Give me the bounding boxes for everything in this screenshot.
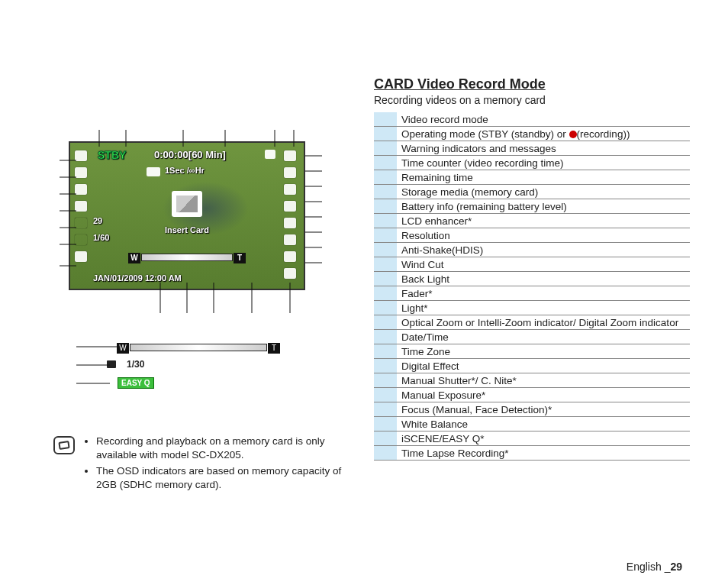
- shutter-icon: [75, 234, 87, 245]
- row-number: [374, 417, 397, 431]
- insert-card-label: Insert Card: [165, 225, 209, 234]
- note-item: Recording and playback on a memory card …: [96, 435, 351, 461]
- note-item: The OSD indicators are based on memory c…: [96, 464, 351, 491]
- table-row: Optical Zoom or Intelli-Zoom indicator/ …: [374, 315, 690, 330]
- table-row: Warning indicators and messages: [374, 141, 690, 156]
- row-description: Digital Effect: [397, 359, 690, 373]
- row-description: Back Light: [397, 272, 690, 286]
- antishake-icon: [284, 201, 296, 212]
- table-row: Light*: [374, 301, 690, 315]
- notes-block: Recording and playback on a memory card …: [53, 435, 351, 494]
- table-row: White Balance: [374, 417, 690, 431]
- row-number: [374, 272, 397, 286]
- row-number: [374, 286, 397, 301]
- row-description: Video record mode: [397, 112, 690, 127]
- lcd-screen: STBY 0:00:00[60 Min] 1Sec /∞Hr Insert Ca…: [69, 141, 305, 290]
- footer-page-number: 29: [670, 561, 682, 573]
- row-description: Time Zone: [397, 344, 690, 359]
- row-description: Light*: [397, 301, 690, 315]
- table-row: Manual Exposure*: [374, 388, 690, 402]
- row-description: Warning indicators and messages: [397, 141, 690, 156]
- row-number: [374, 446, 397, 461]
- row-number: [374, 359, 397, 373]
- row-description: Resolution: [397, 228, 690, 243]
- exposure-value: 29: [93, 216, 102, 225]
- lcd-diagram-wrap: STBY 0:00:00[60 Min] 1Sec /∞Hr Insert Ca…: [69, 141, 328, 290]
- shutter-value-2: 1/30: [127, 359, 144, 370]
- timezone-icon: [75, 251, 87, 262]
- row-number: [374, 431, 397, 446]
- focus-icon: [75, 201, 87, 212]
- osd-left-icons: [75, 150, 90, 268]
- backlight-icon: [284, 234, 296, 245]
- table-row: Wind Cut: [374, 257, 690, 272]
- row-description: Anti-Shake(HDIS): [397, 243, 690, 257]
- shutter-value: 1/60: [93, 233, 109, 242]
- footer-language: English _: [627, 561, 671, 573]
- fader-icon: [284, 251, 296, 262]
- row-number: [374, 373, 397, 388]
- light-icon: [284, 268, 296, 279]
- stby-label: STBY: [98, 149, 126, 161]
- row-number: [374, 243, 397, 257]
- insert-card-icon: [172, 191, 202, 217]
- card-tiny-icon: [107, 360, 116, 368]
- row-description: Storage media (memory card): [397, 185, 690, 199]
- zoom-t-label: T: [234, 253, 246, 263]
- left-column: STBY 0:00:00[60 Min] 1Sec /∞Hr Insert Ca…: [53, 76, 366, 570]
- exposure-icon: [75, 218, 87, 228]
- row-number: [374, 112, 397, 127]
- row-number: [374, 141, 397, 156]
- record-dot-icon: [569, 131, 577, 138]
- row-description: Manual Shutter*/ C. Nite*: [397, 373, 690, 388]
- row-description: Optical Zoom or Intelli-Zoom indicator/ …: [397, 315, 690, 330]
- table-row: Remaining time: [374, 170, 690, 185]
- row-description: Time counter (video recording time): [397, 156, 690, 170]
- table-row: LCD enhancer*: [374, 214, 690, 228]
- table-row: Time Zone: [374, 344, 690, 359]
- row-description: Time Lapse Recording*: [397, 446, 690, 461]
- time-counter-value: 0:00:00: [154, 149, 188, 160]
- table-row: Focus (Manual, Face Detection)*: [374, 402, 690, 417]
- row-description: Date/Time: [397, 330, 690, 344]
- table-row: Date/Time: [374, 330, 690, 344]
- row-description: Wind Cut: [397, 257, 690, 272]
- reference-table: Video record modeOperating mode (STBY (s…: [374, 112, 690, 461]
- row-description: Focus (Manual, Face Detection)*: [397, 402, 690, 417]
- osd-right-icons: [284, 150, 299, 285]
- section-title: CARD Video Record Mode: [374, 76, 690, 92]
- datetime-label: JAN/01/2009 12:00 AM: [93, 273, 182, 283]
- remaining-time-value: [60 Min]: [188, 149, 226, 160]
- row-number: [374, 214, 397, 228]
- windcut-icon: [284, 218, 296, 228]
- row-number: [374, 388, 397, 402]
- row-description: Operating mode (STBY (standby) or (recor…: [397, 127, 690, 141]
- row-description: Fader*: [397, 286, 690, 301]
- card-small-icon: [265, 150, 275, 159]
- easyq-badge: EASY Q: [118, 377, 154, 389]
- table-row: Anti-Shake(HDIS): [374, 243, 690, 257]
- battery-icon: [284, 150, 296, 161]
- table-row: Digital Effect: [374, 359, 690, 373]
- row-description: LCD enhancer*: [397, 214, 690, 228]
- lcd-enhancer-icon: [284, 167, 296, 178]
- white-balance-icon: [75, 167, 87, 178]
- row-description: iSCENE/EASY Q*: [397, 431, 690, 446]
- row-description: Manual Exposure*: [397, 388, 690, 402]
- table-row: Time counter (video recording time): [374, 156, 690, 170]
- table-row: Storage media (memory card): [374, 185, 690, 199]
- zoom-bar-2: W T: [130, 344, 267, 351]
- table-row: Operating mode (STBY (standby) or (recor…: [374, 127, 690, 141]
- row-number: [374, 156, 397, 170]
- row-number: [374, 330, 397, 344]
- row-description: Battery info (remaining battery level): [397, 199, 690, 214]
- table-row: Back Light: [374, 272, 690, 286]
- zoom-w-label-2: W: [117, 343, 129, 354]
- table-row: Resolution: [374, 228, 690, 243]
- table-row: Battery info (remaining battery level): [374, 199, 690, 214]
- resolution-icon: [284, 184, 296, 195]
- zoom-t-label-2: T: [268, 343, 280, 354]
- secondary-diagram: W T 1/30 EASY Q: [107, 344, 282, 389]
- table-row: Video record mode: [374, 112, 690, 127]
- table-row: Manual Shutter*/ C. Nite*: [374, 373, 690, 388]
